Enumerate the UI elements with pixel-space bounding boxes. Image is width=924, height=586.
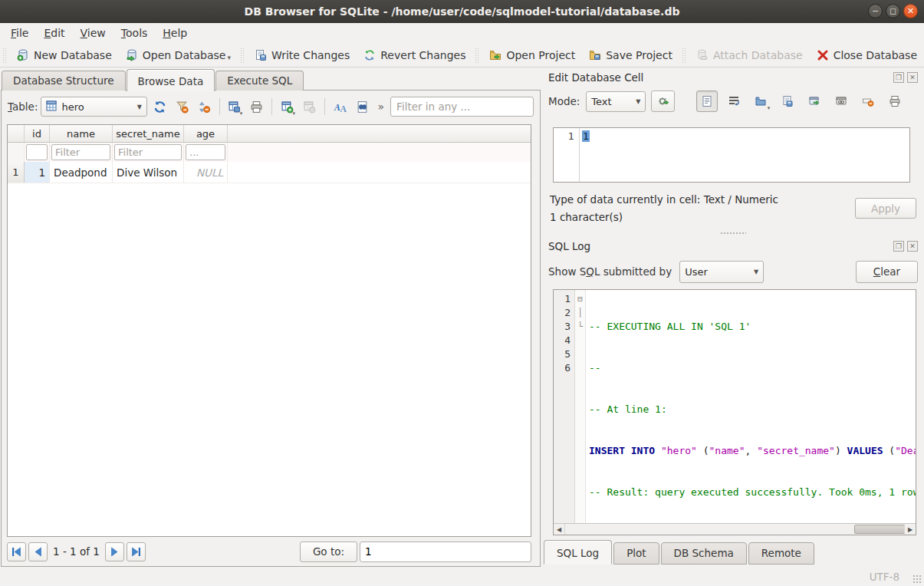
print-button[interactable]	[247, 97, 266, 117]
cell-editor[interactable]: 1 1	[553, 127, 910, 183]
export-file-icon[interactable]	[777, 91, 798, 112]
write-changes-button[interactable]: Write Changes	[248, 46, 357, 64]
cell-name[interactable]: Deadpond	[50, 162, 113, 183]
edit-display-format-button[interactable]: AA	[330, 97, 350, 117]
close-database-icon	[817, 49, 829, 61]
menu-edit[interactable]: Edit	[36, 25, 72, 41]
table-select-arrow: ▼	[131, 104, 142, 110]
grid-corner-cell[interactable]	[8, 125, 25, 143]
menu-tools[interactable]: Tools	[113, 25, 156, 41]
clear-log-button[interactable]: Clear	[856, 261, 918, 283]
previous-page-button[interactable]	[28, 542, 48, 561]
dock-splitter[interactable]	[542, 230, 924, 236]
filter-input-name[interactable]	[51, 144, 110, 160]
clear-filters-button[interactable]	[173, 97, 192, 117]
link-data-icon[interactable]	[830, 91, 852, 112]
resize-grip-icon[interactable]	[912, 574, 922, 584]
clear-sorting-button[interactable]	[195, 97, 214, 117]
cell-id[interactable]: 1	[25, 162, 50, 183]
toolbar-separator	[324, 98, 325, 115]
cell-secret-name[interactable]: Dive Wilson	[113, 162, 184, 183]
dock-tab-db-schema[interactable]: DB Schema	[661, 542, 747, 565]
auto-format-button[interactable]	[651, 91, 675, 112]
toolbar-grip[interactable]	[682, 48, 687, 63]
filter-input-age[interactable]	[186, 144, 225, 160]
menu-help[interactable]: Help	[155, 25, 195, 41]
new-database-button[interactable]: New Database	[10, 46, 119, 64]
tab-database-structure[interactable]: Database Structure	[2, 71, 126, 91]
dock-tab-remote[interactable]: Remote	[748, 542, 814, 565]
first-page-button[interactable]	[7, 542, 26, 561]
toolbar-grip[interactable]	[475, 48, 480, 63]
save-project-button[interactable]: Save Project	[582, 46, 679, 64]
data-grid[interactable]: id name secret_name age 1 1 Deadpond Div…	[7, 124, 531, 537]
toolbar-overflow-chevron[interactable]: »	[378, 100, 385, 113]
column-header-id[interactable]: id	[25, 125, 50, 143]
sql-log-text[interactable]: -- EXECUTING ALL IN 'SQL 1' -- -- At lin…	[586, 290, 916, 523]
dock-tab-sql-log[interactable]: SQL Log	[544, 540, 612, 565]
filter-input-id[interactable]	[26, 144, 48, 160]
sql-source-select[interactable]: User ▼	[679, 261, 764, 283]
find-button[interactable]	[353, 97, 372, 117]
open-in-external-icon[interactable]	[804, 91, 825, 112]
edit-cell-icon-group: ▾	[696, 91, 906, 112]
open-project-button[interactable]: Open Project	[482, 46, 582, 64]
tab-browse-data[interactable]: Browse Data	[127, 69, 215, 91]
toolbar-grip[interactable]	[240, 48, 245, 63]
goto-input[interactable]	[360, 542, 531, 562]
sql-log-controls: Show SQL submitted by User ▼ Clear	[548, 259, 918, 284]
menu-view[interactable]: View	[73, 25, 113, 41]
import-file-icon[interactable]: ▾	[750, 91, 771, 112]
horizontal-scrollbar[interactable]: ◀ ▶	[554, 523, 916, 535]
open-database-button[interactable]: Open Database ▾	[119, 46, 238, 64]
filter-input-secret-name[interactable]	[114, 144, 182, 160]
goto-button[interactable]: Go to:	[300, 542, 357, 562]
dock-float-icon[interactable]: ❐	[893, 72, 904, 83]
scroll-right-arrow[interactable]: ▶	[904, 524, 916, 535]
open-database-icon	[126, 49, 138, 61]
revert-changes-button[interactable]: Revert Changes	[357, 46, 472, 64]
insert-record-button[interactable]: ▾	[278, 97, 297, 117]
word-wrap-icon[interactable]	[723, 91, 745, 112]
save-project-icon	[589, 49, 601, 61]
text-document-icon[interactable]	[696, 91, 718, 112]
column-header-age[interactable]: age	[184, 125, 228, 143]
set-null-icon[interactable]	[857, 91, 879, 112]
column-header-secret-name[interactable]: secret_name	[113, 125, 184, 143]
next-page-button[interactable]	[105, 542, 124, 561]
mode-select[interactable]: Text ▼	[586, 91, 646, 112]
edit-cell-toolbar: Mode: Text ▼ ▾	[548, 89, 918, 114]
close-database-button[interactable]: Close Database	[810, 46, 924, 64]
delete-record-button	[300, 97, 319, 117]
close-button[interactable]: ✕	[903, 4, 918, 18]
main-tabbar: Database Structure Browse Data Execute S…	[2, 70, 304, 91]
fold-margin[interactable]: ⊟ │ └	[575, 290, 586, 523]
maximize-button[interactable]: ◻	[886, 4, 900, 18]
scroll-left-arrow[interactable]: ◀	[554, 524, 565, 535]
dock-close-icon[interactable]: ✕	[907, 241, 918, 252]
menu-file[interactable]: File	[3, 25, 36, 41]
open-database-dropdown-arrow[interactable]: ▾	[227, 54, 231, 61]
scrollbar-thumb[interactable]	[854, 525, 905, 534]
dock-float-icon[interactable]: ❐	[893, 241, 904, 252]
last-page-button[interactable]	[127, 542, 146, 561]
dock-tab-plot[interactable]: Plot	[613, 542, 659, 565]
titlebar: DB Browser for SQLite - /home/user/code/…	[0, 0, 924, 23]
mode-label: Mode:	[548, 95, 580, 107]
dock-close-icon[interactable]: ✕	[907, 72, 918, 83]
row-number-header[interactable]: 1	[8, 162, 25, 183]
show-sql-label: Show SQL submitted by	[548, 265, 672, 278]
tab-execute-sql[interactable]: Execute SQL	[215, 71, 304, 91]
cell-age[interactable]: NULL	[184, 162, 228, 183]
print-cell-icon[interactable]	[884, 91, 906, 112]
minimize-button[interactable]: −	[868, 4, 883, 18]
table-select[interactable]: hero ▼	[41, 97, 146, 117]
cell-editor-content[interactable]: 1	[582, 130, 590, 142]
column-header-name[interactable]: name	[50, 125, 113, 143]
export-table-button[interactable]: ▾	[225, 97, 244, 117]
table-row[interactable]: 1 1 Deadpond Dive Wilson NULL	[8, 162, 531, 183]
sql-log-editor[interactable]: 1 2 3 4 5 6 ⊟ │ └ -- EXECUTING ALL IN 'S…	[553, 289, 916, 535]
filter-any-input[interactable]	[390, 97, 534, 117]
toolbar-grip[interactable]	[2, 48, 8, 63]
refresh-button[interactable]	[150, 97, 169, 117]
